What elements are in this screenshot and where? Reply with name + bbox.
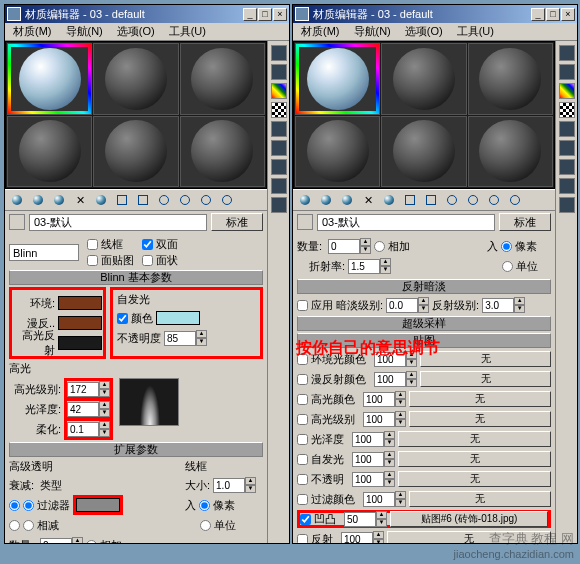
dimlevel-spinner[interactable]: ▲▼: [386, 297, 429, 313]
assign-icon[interactable]: [50, 191, 68, 209]
video-check-icon[interactable]: [559, 121, 575, 137]
map-selfillum-btn[interactable]: 无: [398, 451, 551, 467]
type-filter-radio[interactable]: 过滤器: [23, 498, 70, 513]
close-button[interactable]: ×: [273, 8, 287, 21]
type-subtract-radio[interactable]: 相减: [23, 518, 59, 533]
sample-slot[interactable]: [295, 116, 380, 188]
eyedropper-icon[interactable]: [297, 214, 313, 230]
wire-size-spinner[interactable]: ▲▼: [213, 477, 256, 493]
preview-icon[interactable]: [271, 140, 287, 156]
sample-slot[interactable]: [381, 116, 466, 188]
sample-type-icon[interactable]: [559, 45, 575, 61]
gloss-spinner[interactable]: ▲▼: [67, 401, 110, 417]
backlight-icon[interactable]: [559, 64, 575, 80]
copy-icon[interactable]: [380, 191, 398, 209]
tree-icon[interactable]: [527, 191, 545, 209]
menu-tools[interactable]: 工具(U): [453, 23, 498, 40]
map-speclevel-chk[interactable]: 高光级别: [297, 412, 355, 427]
sample-slot-1[interactable]: [7, 43, 92, 115]
sample-slot[interactable]: [468, 116, 553, 188]
get-material-icon[interactable]: [8, 191, 26, 209]
backlight-icon[interactable]: [271, 64, 287, 80]
bump-amount-spinner[interactable]: ▲▼: [344, 511, 387, 527]
material-map-icon[interactable]: [271, 197, 287, 213]
menu-material[interactable]: 材质(M): [9, 23, 56, 40]
reset-icon[interactable]: ✕: [359, 191, 377, 209]
soften-spinner[interactable]: ▲▼: [67, 421, 110, 437]
select-icon[interactable]: [559, 178, 575, 194]
diffuse-swatch[interactable]: [58, 316, 102, 330]
map-diffuse-chk[interactable]: 漫反射颜色: [297, 372, 366, 387]
maximize-button[interactable]: □: [546, 8, 560, 21]
menu-material[interactable]: 材质(M): [297, 23, 344, 40]
options-icon[interactable]: [197, 191, 215, 209]
menu-options[interactable]: 选项(O): [113, 23, 159, 40]
apply-checkbox[interactable]: 应用: [297, 298, 333, 313]
map-bump-chk[interactable]: 凹凸: [300, 512, 336, 527]
type-button[interactable]: 标准: [499, 213, 551, 231]
select-by-icon[interactable]: [506, 191, 524, 209]
shader-dropdown[interactable]: Blinn: [9, 244, 79, 261]
nav-parent-icon[interactable]: [443, 191, 461, 209]
sample-type-icon[interactable]: [271, 45, 287, 61]
additive2-radio[interactable]: 相加: [374, 239, 410, 254]
filter-swatch[interactable]: [76, 498, 120, 512]
ext-section-header[interactable]: 扩展参数: [9, 442, 263, 457]
map-speccolor-chk[interactable]: 高光颜色: [297, 392, 355, 407]
preview-icon[interactable]: [559, 140, 575, 156]
menu-options[interactable]: 选项(O): [401, 23, 447, 40]
amount-spinner[interactable]: ▲▼: [40, 537, 83, 543]
menu-navigate[interactable]: 导航(N): [62, 23, 107, 40]
show-end-icon[interactable]: [422, 191, 440, 209]
map-gloss-btn[interactable]: 无: [398, 431, 551, 447]
spec-level-spinner[interactable]: ▲▼: [67, 381, 110, 397]
nav-parent-icon[interactable]: [155, 191, 173, 209]
show-end-icon[interactable]: [134, 191, 152, 209]
reflevel-spinner[interactable]: ▲▼: [482, 297, 525, 313]
nav-sibling-icon[interactable]: [464, 191, 482, 209]
checker-icon[interactable]: [271, 102, 287, 118]
twosided-checkbox[interactable]: 双面: [142, 237, 178, 252]
get-material-icon[interactable]: [296, 191, 314, 209]
material-map-icon[interactable]: [559, 197, 575, 213]
map-reflect-chk[interactable]: 反射: [297, 532, 333, 544]
selfillum-color-checkbox[interactable]: 颜色: [117, 311, 153, 326]
map-opacity-chk[interactable]: 不透明: [297, 472, 344, 487]
unit-radio[interactable]: 单位: [200, 518, 236, 533]
tree-icon[interactable]: [239, 191, 257, 209]
type-additive-radio[interactable]: 相加: [86, 538, 122, 544]
wire-checkbox[interactable]: 线框: [87, 237, 134, 252]
copy-icon[interactable]: [92, 191, 110, 209]
facemap-checkbox[interactable]: 面贴图: [87, 253, 134, 268]
sample-slot[interactable]: [93, 116, 178, 188]
amount2-spinner[interactable]: ▲▼: [328, 238, 371, 254]
map-filter-btn[interactable]: 无: [409, 491, 551, 507]
super-section-header[interactable]: 超级采样: [297, 316, 551, 331]
close-button[interactable]: ×: [561, 8, 575, 21]
ambient-swatch[interactable]: [58, 296, 102, 310]
menu-navigate[interactable]: 导航(N): [350, 23, 395, 40]
minimize-button[interactable]: _: [243, 8, 257, 21]
sample-slot[interactable]: [180, 116, 265, 188]
sample-slot[interactable]: [468, 43, 553, 115]
assign-icon[interactable]: [338, 191, 356, 209]
falloff-out-radio[interactable]: [9, 520, 20, 531]
selfillum-swatch[interactable]: [156, 311, 200, 325]
opacity-spinner[interactable]: ▲▼: [164, 330, 207, 346]
blinn-section-header[interactable]: Blinn 基本参数: [9, 270, 263, 285]
pixel-radio[interactable]: 像素: [199, 498, 235, 513]
type-button[interactable]: 标准: [211, 213, 263, 231]
show-map-icon[interactable]: [113, 191, 131, 209]
unit2-radio[interactable]: 单位: [502, 259, 538, 274]
put-to-scene-icon[interactable]: [317, 191, 335, 209]
video-check-icon[interactable]: [271, 121, 287, 137]
material-name-combo[interactable]: 03-默认: [29, 214, 207, 231]
map-speccolor-btn[interactable]: 无: [409, 391, 551, 407]
menu-tools[interactable]: 工具(U): [165, 23, 210, 40]
sample-slot[interactable]: [7, 116, 92, 188]
falloff-in-radio[interactable]: [9, 500, 20, 511]
map-opacity-btn[interactable]: 无: [398, 471, 551, 487]
put-to-scene-icon[interactable]: [29, 191, 47, 209]
map-gloss-chk[interactable]: 光泽度: [297, 432, 344, 447]
material-name-combo[interactable]: 03-默认: [317, 214, 495, 231]
